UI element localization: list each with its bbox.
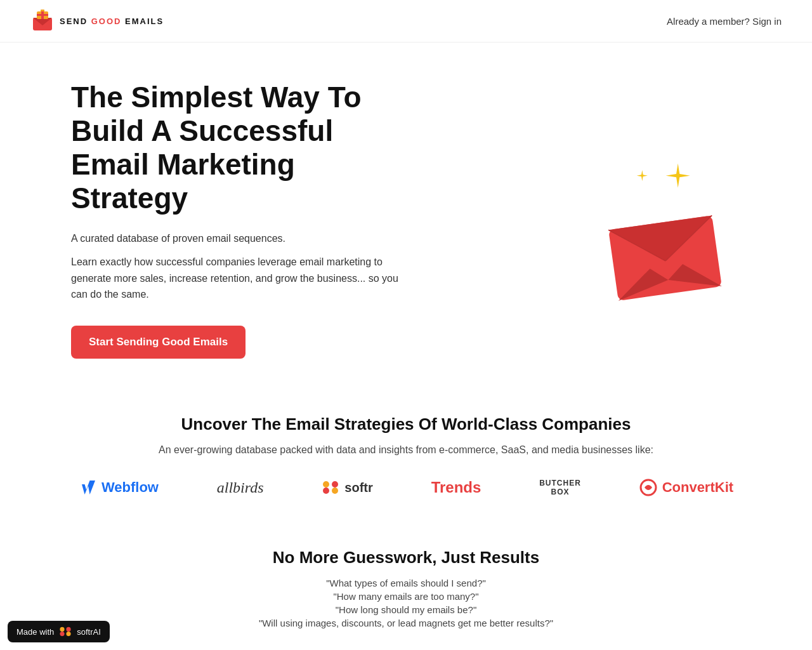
- softr-badge-label: softrAI: [77, 627, 101, 637]
- header: SEND GOOD EMAILS Already a member? Sign …: [0, 0, 812, 43]
- results-section-title: No More Guesswork, Just Results: [56, 548, 756, 567]
- companies-section-title: Uncover The Email Strategies Of World-Cl…: [56, 415, 756, 434]
- allbirds-label: allbirds: [217, 479, 264, 496]
- trends-label: Trends: [431, 479, 481, 496]
- hero-description: Learn exactly how successful companies l…: [71, 254, 401, 303]
- svg-point-13: [332, 481, 338, 488]
- envelope-icon: [557, 137, 722, 302]
- question-1: "What types of emails should I send?": [56, 578, 756, 588]
- svg-point-14: [323, 488, 329, 494]
- svg-point-19: [60, 632, 65, 636]
- hero-subtitle: A curated database of proven email seque…: [71, 230, 401, 247]
- svg-point-20: [67, 632, 71, 636]
- svg-point-12: [323, 481, 329, 488]
- results-section: No More Guesswork, Just Results "What ty…: [25, 517, 787, 650]
- brand-softr: softr: [322, 480, 372, 495]
- results-questions: "What types of emails should I send?" "H…: [56, 578, 756, 628]
- brand-webflow: Webflow: [79, 479, 159, 496]
- sign-in-link[interactable]: Already a member? Sign in: [667, 16, 782, 27]
- brand-allbirds: allbirds: [217, 479, 264, 496]
- brand-trends: Trends: [431, 479, 481, 496]
- logo-icon: [30, 9, 55, 33]
- brand-butcherbox: BUTCHERBOX: [539, 479, 581, 497]
- webflow-label: Webflow: [102, 479, 159, 496]
- svg-rect-5: [37, 14, 48, 16]
- butcherbox-label: BUTCHERBOX: [539, 479, 581, 497]
- question-4: "Will using images, discounts, or lead m…: [56, 618, 756, 628]
- hero-content: The Simplest Way To Build A Successful E…: [71, 81, 401, 359]
- cta-button[interactable]: Start Sending Good Emails: [71, 326, 246, 359]
- logo[interactable]: SEND GOOD EMAILS: [30, 9, 164, 33]
- footer-badge: Made with softrAI: [8, 621, 110, 642]
- hero-illustration: [538, 131, 741, 308]
- brand-convertkit: ConvertKit: [639, 479, 733, 496]
- convertkit-label: ConvertKit: [662, 479, 733, 496]
- made-with-label: Made with: [16, 627, 54, 637]
- question-2: "How many emails are too many?": [56, 591, 756, 602]
- logo-text: SEND GOOD EMAILS: [60, 17, 164, 26]
- softr-icon: [322, 480, 339, 495]
- companies-section: Uncover The Email Strategies Of World-Cl…: [25, 384, 787, 517]
- brand-logos-row: Webflow allbirds softr Trends BUTCHERBOX: [56, 479, 756, 497]
- hero-title: The Simplest Way To Build A Successful E…: [71, 81, 401, 215]
- svg-point-18: [67, 627, 71, 632]
- convertkit-icon: [639, 479, 657, 496]
- companies-section-subtitle: An ever-growing database packed with dat…: [56, 444, 756, 456]
- hero-section: The Simplest Way To Build A Successful E…: [25, 43, 787, 384]
- softr-badge-icon: [59, 626, 72, 637]
- question-3: "How long should my emails be?": [56, 604, 756, 615]
- webflow-icon: [79, 481, 96, 494]
- svg-point-15: [332, 488, 338, 494]
- svg-point-17: [60, 627, 65, 632]
- softr-label: softr: [344, 481, 372, 495]
